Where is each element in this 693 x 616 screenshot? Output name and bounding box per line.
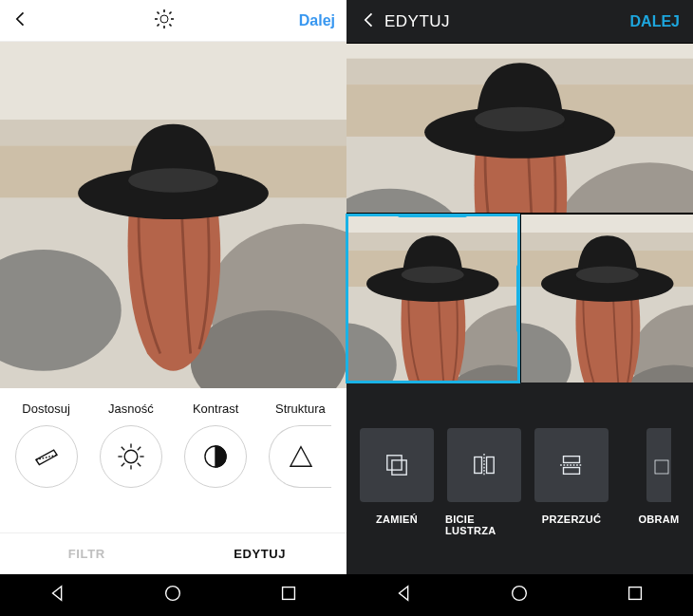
svg-line-14 <box>158 11 159 13</box>
svg-point-19 <box>124 450 138 463</box>
svg-rect-35 <box>487 457 495 474</box>
android-navbar-right <box>346 574 693 616</box>
svg-line-25 <box>138 463 140 466</box>
next-button[interactable]: DALEJ <box>630 13 680 30</box>
adjust-icon <box>15 425 78 488</box>
action-mirror[interactable]: BICIE LUSTRZA <box>445 428 523 536</box>
right-header: EDYTUJ DALEJ <box>346 0 693 44</box>
flip-icon <box>534 428 609 502</box>
tab-edit[interactable]: EDYTUJ <box>174 533 347 574</box>
structure-icon <box>269 425 331 488</box>
tool-structure[interactable]: Struktura <box>261 401 339 488</box>
tool-adjust[interactable]: Dostosuj <box>8 401 85 488</box>
nav-back-icon[interactable] <box>394 583 415 607</box>
nav-home-icon[interactable] <box>162 583 183 607</box>
action-replace[interactable]: ZAMIEŃ <box>358 428 436 536</box>
action-label: PRZERZUĆ <box>542 513 601 525</box>
tool-label: Kontrast <box>193 401 238 416</box>
svg-line-17 <box>158 24 159 26</box>
back-arrow-icon[interactable] <box>11 9 30 32</box>
nav-recent-icon[interactable] <box>278 583 299 607</box>
svg-rect-41 <box>629 588 642 600</box>
svg-line-16 <box>170 11 172 13</box>
left-header: Dalej <box>0 0 346 42</box>
border-icon <box>646 428 671 502</box>
svg-line-24 <box>122 447 124 450</box>
svg-point-40 <box>513 587 527 601</box>
svg-rect-33 <box>475 457 482 474</box>
contrast-icon <box>184 425 247 488</box>
tool-contrast[interactable]: Kontrast <box>177 401 254 488</box>
action-border[interactable]: OBRAM <box>620 428 693 536</box>
svg-point-29 <box>166 587 180 601</box>
collage-canvas[interactable] <box>346 44 693 383</box>
svg-rect-36 <box>564 457 580 463</box>
tool-label: Struktura <box>275 401 326 416</box>
tool-label: Jasność <box>108 401 154 416</box>
collage-actions: ZAMIEŃ BICIE LUSTRZA PRZERZUĆ <box>346 383 693 574</box>
action-label: OBRAM <box>638 513 679 525</box>
collage-editor-pane: EDYTUJ DALEJ <box>346 0 693 616</box>
instagram-editor-pane: Dalej Dostosuj Jasność <box>0 0 346 616</box>
collage-cell-1[interactable] <box>346 215 519 383</box>
svg-point-9 <box>160 15 168 23</box>
nav-home-icon[interactable] <box>509 583 530 607</box>
brightness-icon <box>100 425 162 488</box>
svg-line-27 <box>122 463 124 466</box>
resize-handle-top[interactable] <box>398 215 467 217</box>
left-tabs: FILTR EDYTUJ <box>0 532 346 574</box>
action-flip[interactable]: PRZERZUĆ <box>533 428 610 536</box>
lux-icon[interactable] <box>153 8 176 34</box>
action-label: BICIE LUSTRZA <box>445 513 523 536</box>
android-navbar-left <box>0 574 346 616</box>
next-button[interactable]: Dalej <box>299 12 335 29</box>
svg-rect-31 <box>387 456 402 470</box>
tool-brightness[interactable]: Jasność <box>92 401 170 488</box>
tool-label: Dostosuj <box>22 401 70 416</box>
collage-cell-2[interactable] <box>521 215 694 383</box>
svg-rect-30 <box>283 588 295 600</box>
svg-line-26 <box>138 447 140 450</box>
resize-handle-right[interactable] <box>516 265 519 332</box>
replace-icon <box>360 428 434 502</box>
nav-back-icon[interactable] <box>47 583 68 607</box>
nav-recent-icon[interactable] <box>625 583 646 607</box>
edit-tools-panel: Dostosuj Jasność Kontrast <box>0 388 346 574</box>
action-label: ZAMIEŃ <box>376 513 418 525</box>
svg-rect-39 <box>655 460 668 474</box>
svg-rect-38 <box>564 468 580 475</box>
back-arrow-icon[interactable] <box>360 10 379 33</box>
page-title: EDYTUJ <box>384 12 630 31</box>
mirror-icon <box>447 428 521 502</box>
photo-preview[interactable] <box>0 42 346 388</box>
svg-line-15 <box>170 24 172 26</box>
collage-cell-0[interactable] <box>346 44 693 213</box>
svg-rect-32 <box>392 460 406 475</box>
tab-filter[interactable]: FILTR <box>0 533 174 574</box>
